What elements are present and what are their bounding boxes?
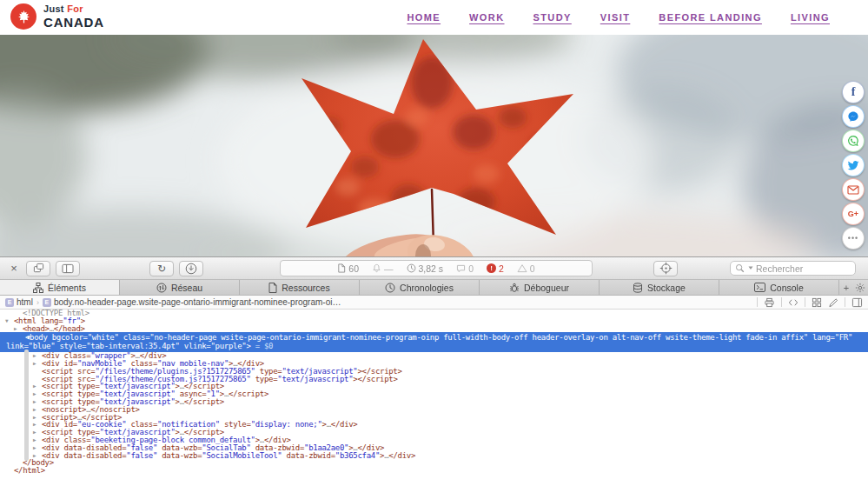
error-icon: ! — [487, 263, 496, 273]
facebook-icon: f — [851, 86, 856, 98]
nav-link-visit[interactable]: VISIT — [600, 12, 631, 23]
download-page-button[interactable] — [179, 261, 203, 276]
more-options-icon: ••• — [848, 235, 858, 243]
breadcrumb-actions — [757, 297, 863, 308]
hero-image — [0, 35, 868, 256]
tab-label: Ressources — [282, 283, 329, 293]
tab-elements[interactable]: Éléments — [0, 280, 120, 295]
nav-link-home[interactable]: HOME — [407, 12, 441, 23]
main-nav: HOMEWORKSTUDYVISITBEFORE LANDINGLIVING — [407, 0, 830, 35]
dock-side-button[interactable] — [56, 261, 80, 276]
disclosure-closed-icon[interactable]: ▶ — [33, 360, 42, 368]
activity-status-bar: 60 — 3,82 s 0 ! 2 0 — [280, 260, 593, 276]
dom-node[interactable]: </body> — [0, 459, 868, 467]
grid-overlay-icon[interactable] — [812, 297, 822, 308]
nav-link-before-landing[interactable]: BEFORE LANDING — [659, 12, 762, 23]
element-badge-icon: E — [5, 298, 14, 307]
dom-node[interactable]: </html> — [0, 467, 868, 475]
tab-storage[interactable]: Stockage — [600, 280, 719, 295]
nav-link-study[interactable]: STUDY — [533, 12, 572, 23]
load-time[interactable]: 3,82 s — [407, 263, 444, 274]
dom-node[interactable]: ▶<div data-disabled="false" data-wzb="So… — [0, 452, 868, 460]
site-logo[interactable]: Just For CANADA — [10, 3, 104, 30]
settings-gear-button[interactable] — [853, 280, 867, 295]
element-picker-button[interactable] — [653, 261, 678, 276]
disclosure-closed-icon[interactable]: ▶ — [33, 406, 42, 414]
dom-node[interactable]: <!DOCTYPE html> — [0, 310, 868, 317]
print-styles-icon[interactable] — [764, 297, 775, 308]
twitter-icon — [847, 160, 859, 171]
disclosure-closed-icon[interactable]: ▶ — [33, 436, 42, 444]
disclosure-open-icon[interactable]: ▼ — [5, 317, 14, 325]
source-code-icon[interactable] — [788, 297, 798, 308]
inspector-toolbar: × ↻ 60 — 3,82 s — [0, 256, 868, 280]
network-icon — [156, 283, 167, 293]
tab-label: Débogueur — [524, 283, 569, 293]
timelines-icon — [385, 283, 395, 293]
disclosure-closed-icon[interactable]: ▶ — [33, 444, 42, 452]
dom-node[interactable]: ▶<head>…</head> — [0, 325, 868, 333]
logo-text: Just For CANADA — [43, 4, 104, 29]
resource-count[interactable]: 60 — [337, 263, 359, 274]
screen: Just For CANADA HOMEWORKSTUDYVISITBEFORE… — [0, 0, 868, 486]
debugger-icon — [509, 283, 520, 293]
disclosure-closed-icon[interactable]: ▶ — [33, 352, 42, 360]
messenger-share-button[interactable] — [842, 105, 865, 128]
logo-just: Just — [43, 3, 67, 14]
warning-count[interactable]: 0 — [517, 263, 535, 274]
whatsapp-icon — [847, 135, 859, 147]
twitter-share-button[interactable] — [842, 154, 865, 176]
logo-canada: CANADA — [43, 16, 104, 29]
site-header: Just For CANADA HOMEWORKSTUDYVISITBEFORE… — [0, 0, 868, 35]
dom-node[interactable]: ▶<noscript>…</noscript> — [0, 406, 868, 414]
nav-link-living[interactable]: LIVING — [791, 12, 830, 23]
resources-icon — [268, 283, 277, 293]
tab-timelines[interactable]: Chronologies — [360, 280, 480, 295]
search-placeholder: Rechercher — [756, 263, 803, 274]
dom-node[interactable]: ▼<html lang="fr"> — [0, 317, 868, 325]
add-tab-button[interactable]: + — [839, 280, 853, 295]
disclosure-closed-icon[interactable]: ▶ — [33, 421, 42, 429]
tab-resources[interactable]: Ressources — [240, 280, 360, 295]
more-share-button[interactable]: ••• — [842, 227, 865, 250]
messenger-icon — [847, 110, 859, 123]
breadcrumb-body[interactable]: E body.no-header-page.wsite-page-ontario… — [43, 297, 341, 307]
social-rail: fG+••• — [842, 81, 865, 250]
details-sidebar-toggle-icon[interactable] — [851, 297, 863, 308]
edit-pencil-icon[interactable] — [828, 297, 838, 308]
reload-page-button[interactable]: ↻ — [149, 261, 174, 276]
tab-network[interactable]: Réseau — [120, 280, 240, 295]
googleplus-share-button[interactable]: G+ — [842, 203, 865, 225]
email-share-button[interactable] — [842, 178, 865, 201]
email-icon — [847, 185, 859, 195]
nav-link-work[interactable]: WORK — [469, 12, 504, 23]
timeline-status[interactable]: — — [372, 263, 394, 274]
breadcrumb-html[interactable]: E html — [5, 297, 33, 307]
search-options-chevron-icon — [748, 266, 753, 270]
inspector-tab-bar: ÉlémentsRéseauRessourcesChronologiesDébo… — [0, 280, 868, 296]
console-icon — [754, 283, 765, 292]
detach-inspector-button[interactable] — [26, 261, 50, 276]
whatsapp-share-button[interactable] — [842, 130, 865, 152]
dom-node-selected[interactable]: ▼<body bgcolor="white" class="no-header-… — [0, 332, 868, 352]
breadcrumb-separator: › — [36, 298, 39, 307]
disclosure-closed-icon[interactable]: ▶ — [33, 383, 42, 390]
facebook-share-button[interactable]: f — [842, 81, 865, 103]
tab-label: Éléments — [48, 283, 86, 293]
tab-console[interactable]: Console — [719, 280, 839, 295]
disclosure-closed-icon[interactable]: ▶ — [33, 429, 42, 436]
search-input[interactable]: Rechercher — [730, 261, 856, 276]
disclosure-open-icon[interactable]: ▼ — [17, 333, 25, 341]
console-message-count[interactable]: 0 — [456, 263, 474, 274]
disclosure-closed-icon[interactable]: ▶ — [33, 390, 42, 398]
disclosure-closed-icon[interactable]: ▶ — [14, 325, 23, 333]
disclosure-closed-icon[interactable]: ▶ — [33, 398, 42, 406]
close-inspector-button[interactable]: × — [7, 262, 21, 275]
tab-debugger[interactable]: Débogueur — [480, 280, 600, 295]
tab-label: Stockage — [647, 283, 686, 293]
search-icon — [735, 263, 745, 274]
disclosure-closed-icon[interactable]: ▶ — [33, 414, 42, 422]
error-count[interactable]: ! 2 — [487, 263, 504, 274]
logo-for: For — [67, 3, 83, 14]
dom-tree[interactable]: <!DOCTYPE html>▼<html lang="fr">▶<head>…… — [0, 310, 868, 486]
